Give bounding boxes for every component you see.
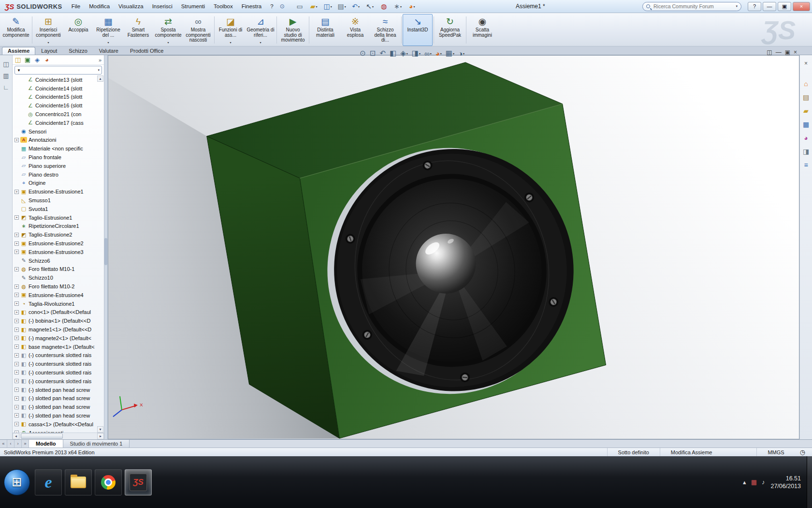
taskbar-file-explorer[interactable] (65, 469, 92, 495)
next-tab-button[interactable]: › (14, 440, 22, 448)
ribbon-snapshot-button[interactable]: ◉Scatta immagini (467, 14, 497, 46)
scroll-down-button[interactable]: ▾ (97, 426, 103, 433)
solidworks-resources-icon[interactable]: ⌂ (801, 79, 811, 89)
displaymanager-icon[interactable]: ◕ (43, 56, 51, 64)
hide-show-items-button[interactable]: ∞▾ (424, 49, 432, 58)
ribbon-show-hidden-button[interactable]: ∞Mostra componenti nascosti (183, 14, 213, 46)
tree-item[interactable]: +◍Foro filettato M10-1 (13, 265, 104, 274)
expander-icon[interactable]: + (14, 353, 19, 358)
chevron-down-icon[interactable]: ▾ (98, 68, 100, 72)
expander-icon[interactable]: + (14, 336, 19, 340)
scroll-thumb[interactable] (21, 433, 63, 439)
custom-properties-icon[interactable]: ≡ (801, 160, 811, 170)
ribbon-insert-components-button[interactable]: ⊞Inserisci componenti▾ (33, 14, 63, 46)
tree-item[interactable]: +◧(-) slotted pan head screw (13, 386, 104, 394)
view-orientation-button[interactable]: ◈▾ (400, 49, 408, 58)
file-explorer-pane-icon[interactable]: ▰ (801, 106, 811, 116)
close-taskpane-icon[interactable]: × (801, 59, 811, 68)
menu-help[interactable]: ? (266, 0, 277, 13)
new-document-button[interactable]: ▭ (293, 1, 306, 12)
menu-modifica[interactable]: Modifica (85, 0, 114, 13)
expander-icon[interactable]: + (14, 328, 19, 332)
tree-item[interactable]: +∠Coincidente15 (slott (13, 93, 104, 102)
tree-item[interactable]: +◧(-) countersunk slotted rais (13, 351, 104, 360)
ribbon-reference-geometry-button[interactable]: ⊿Geometria di riferi...▾ (246, 14, 276, 46)
tree-item[interactable]: +◍Foro filettato M10-2 (13, 282, 104, 291)
expander-icon[interactable]: + (14, 293, 19, 297)
design-library-icon[interactable]: ▤ (801, 92, 811, 102)
expander-icon[interactable]: + (14, 422, 19, 426)
tree-item[interactable]: +▣Estrusione-Estrusione4 (13, 291, 104, 299)
options-button[interactable]: ∗▾ (392, 1, 405, 12)
ribbon-move-component-button[interactable]: ⇄Sposta componente▾ (153, 14, 183, 46)
tree-item[interactable]: +◧cassa<1> (Default<<Defaul (13, 420, 104, 429)
configurationmanager-icon[interactable]: ◈ (33, 56, 41, 64)
scroll-left-button[interactable]: ◂ (13, 433, 19, 439)
expander-icon[interactable]: + (14, 138, 19, 142)
tree-item[interactable]: +◧base magnete<1> (Default< (13, 343, 104, 351)
tree-item[interactable]: +◧(-) countersunk slotted rais (13, 377, 104, 386)
ribbon-bom-button[interactable]: ▤Distinta materiali (310, 14, 340, 46)
select-button[interactable]: ↖▾ (363, 1, 377, 12)
tree-item[interactable]: +◧(-) countersunk slotted rais (13, 359, 104, 368)
menu-strumenti[interactable]: Strumenti (177, 0, 209, 13)
tree-item[interactable]: +⌖Origine (13, 179, 104, 188)
tool-3-icon[interactable]: ∟ (2, 83, 11, 91)
taskbar-clock[interactable]: 16.51 27/06/2013 (770, 475, 801, 490)
expander-icon[interactable]: + (14, 190, 19, 194)
close-button[interactable]: × (793, 2, 810, 11)
tree-item[interactable]: +◧(-) countersunk slotted rais (13, 368, 104, 377)
zoom-fit-button[interactable]: ⊙ (360, 49, 366, 58)
tool-2-icon[interactable]: ▥ (2, 71, 11, 80)
panel-overflow-button[interactable]: » (99, 57, 102, 63)
tree-item[interactable]: +◧(-) slotted pan head screw (13, 394, 104, 403)
expander-icon[interactable]: + (14, 344, 19, 349)
expander-icon[interactable]: + (14, 301, 19, 306)
expander-icon[interactable]: + (14, 310, 19, 314)
tree-item[interactable]: +◧cono<1> (Default<<Defaul (13, 308, 104, 317)
ribbon-explode-line-button[interactable]: ≈Schizzo della linea di... (370, 14, 400, 46)
tree-item[interactable]: +▣Estrusione-Estrusione1 (13, 187, 104, 196)
tree-item[interactable]: +∠Coincidente16 (slott (13, 101, 104, 110)
expander-icon[interactable]: + (14, 362, 19, 366)
ribbon-mate-button[interactable]: ◎Accoppia (63, 14, 93, 46)
model-tab-modello[interactable]: Modello (29, 440, 63, 448)
previous-view-button[interactable]: ↶ (380, 49, 386, 58)
expander-icon[interactable]: + (14, 241, 19, 246)
menu-toolbox[interactable]: Toolbox (209, 0, 237, 13)
ribbon-exploded-view-button[interactable]: ※Vista esplosa (340, 14, 370, 46)
tree-item[interactable]: +◩Taglio-Estrusione2 (13, 230, 104, 239)
ribbon-smart-fasteners-button[interactable]: ϟSmart Fasteners (123, 14, 153, 46)
taskbar-chrome[interactable] (95, 469, 122, 495)
expander-icon[interactable]: + (14, 319, 19, 323)
edit-appearance-button[interactable]: ◕▾ (435, 49, 442, 58)
taskbar-internet-explorer[interactable]: e (35, 469, 62, 495)
chevron-down-icon[interactable]: ▾ (736, 4, 738, 8)
tree-item[interactable]: +◔Taglia-Rivoluzione1 (13, 299, 104, 308)
ribbon-speedpak-button[interactable]: ↻Aggiorna SpeedPak (435, 14, 465, 46)
tree-item[interactable]: +∠Coincidente17 (cass (13, 119, 104, 127)
tree-item[interactable]: +✎Schizzo10 (13, 273, 104, 282)
expander-icon[interactable]: + (14, 233, 19, 237)
zoom-area-button[interactable]: ⊡ (370, 49, 376, 58)
undo-button[interactable]: ↶▾ (349, 1, 362, 12)
menu-visualizza[interactable]: Visualizza (114, 0, 148, 13)
tree-filter[interactable]: ▼ ▾ (14, 66, 102, 75)
ribbon-pattern-button[interactable]: ▦Ripetizione del ...▾ (93, 14, 123, 46)
tab-prodotti-office[interactable]: Prodotti Office (124, 47, 170, 55)
expander-icon[interactable]: + (14, 396, 19, 401)
splitter-grip[interactable] (104, 238, 107, 265)
appearance-button[interactable]: ◕▾ (406, 1, 419, 12)
tree-item[interactable]: +◺Smusso1 (13, 196, 104, 205)
viewport-close-button[interactable]: × (794, 49, 797, 56)
expander-icon[interactable]: + (14, 284, 19, 289)
rebuild-button[interactable]: ◍ (377, 1, 391, 12)
panel-splitter[interactable] (104, 55, 108, 439)
tree-item[interactable]: +⊕Accoppiamenti (13, 429, 104, 433)
ribbon-assembly-features-button[interactable]: ◪Funzioni di ass...▾ (216, 14, 246, 46)
tab-layout[interactable]: Layout (35, 47, 63, 55)
tree-item[interactable]: +∠Coincidente14 (slott (13, 84, 104, 93)
pin-icon[interactable]: ⊙ (278, 3, 287, 10)
expander-icon[interactable]: + (14, 267, 19, 271)
display-style-button[interactable]: ◨▾ (412, 49, 420, 58)
